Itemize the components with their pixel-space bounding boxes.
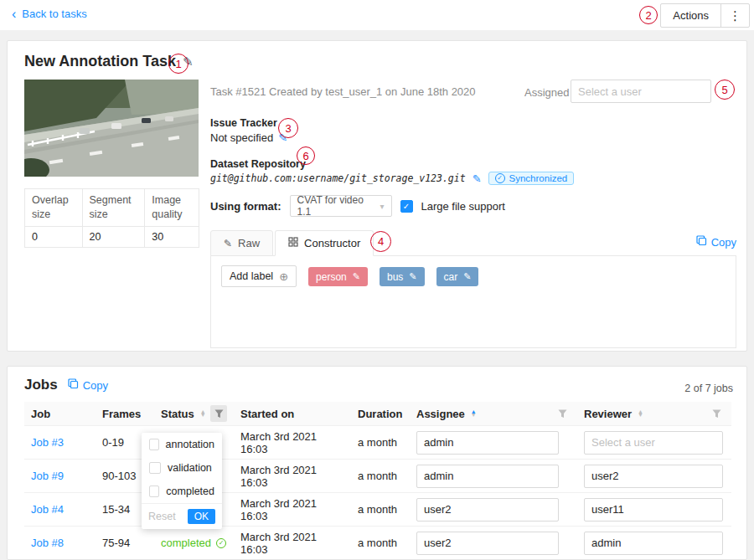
dataset-repository-row: git@github.com:username/git_storage_v123… bbox=[210, 172, 574, 185]
dataset-repository-label: Dataset Repository bbox=[210, 158, 306, 170]
task-title: New Annotation Task bbox=[24, 53, 176, 70]
labels-copy-button[interactable]: Copy bbox=[696, 235, 736, 249]
tab-raw[interactable]: ✎ Raw bbox=[210, 230, 273, 256]
label-chip-car[interactable]: car ✎ bbox=[436, 267, 479, 286]
task-preview-image bbox=[24, 80, 199, 177]
edit-label-icon[interactable]: ✎ bbox=[409, 271, 416, 282]
large-file-checkbox[interactable]: ✓ bbox=[400, 200, 413, 213]
large-file-label: Large file support bbox=[421, 200, 505, 213]
task-parameters-table: Overlap size Segment size Image quality … bbox=[24, 188, 199, 248]
completed-check-icon: ✓ bbox=[216, 538, 226, 548]
checkbox-icon[interactable] bbox=[149, 439, 159, 450]
reviewer-input[interactable] bbox=[584, 431, 723, 455]
actions-label[interactable]: Actions bbox=[661, 4, 720, 27]
param-value-segment: 20 bbox=[82, 226, 145, 247]
status-cell: completed ✓ bbox=[154, 537, 234, 549]
checkbox-icon[interactable] bbox=[149, 462, 161, 474]
sort-icon[interactable]: ▲▼ bbox=[471, 410, 477, 418]
label-chip-person[interactable]: person ✎ bbox=[308, 267, 368, 286]
issue-tracker-value-row: Not specified ✎ bbox=[210, 131, 287, 144]
filter-reset-button[interactable]: Reset bbox=[148, 511, 176, 522]
cvat-task-page: ‹ Back to tasks Actions ⋮ New Annotation… bbox=[0, 0, 754, 560]
assignee-input[interactable] bbox=[416, 532, 559, 555]
sync-check-icon: ✓ bbox=[495, 173, 505, 183]
status-filter-dropdown: annotation validation completed Reset OK bbox=[142, 433, 222, 529]
callout-6: 6 bbox=[297, 146, 315, 165]
param-header-overlap: Overlap size bbox=[25, 189, 83, 227]
table-row: Job #9 90-103 March 3rd 2021 16:03 a mon… bbox=[24, 460, 731, 493]
actions-button[interactable]: Actions ⋮ bbox=[660, 3, 750, 28]
sync-status-badge[interactable]: ✓ Synchronized bbox=[488, 172, 575, 185]
column-frames: Frames bbox=[96, 408, 154, 420]
add-label-button[interactable]: Add label ⊕ bbox=[221, 265, 297, 287]
duration-cell: a month bbox=[351, 436, 410, 449]
assignee-input[interactable] bbox=[416, 465, 559, 488]
filter-ok-button[interactable]: OK bbox=[188, 509, 215, 524]
status-filter-icon[interactable] bbox=[210, 405, 227, 422]
job-link[interactable]: Job #8 bbox=[31, 537, 64, 549]
format-select[interactable]: CVAT for video 1.1 ▾ bbox=[290, 195, 392, 217]
using-format-label: Using format: bbox=[210, 200, 281, 213]
kebab-menu-icon[interactable]: ⋮ bbox=[720, 4, 749, 27]
filter-option-completed[interactable]: completed bbox=[142, 480, 222, 503]
filter-option-annotation[interactable]: annotation bbox=[142, 433, 222, 456]
reviewer-input[interactable] bbox=[584, 532, 723, 555]
repository-url: git@github.com:username/git_storage_v123… bbox=[210, 172, 466, 184]
copy-icon bbox=[68, 378, 79, 392]
status-completed-badge: completed ✓ bbox=[161, 537, 226, 549]
column-reviewer-label: Reviewer bbox=[584, 408, 632, 420]
callout-3: 3 bbox=[278, 118, 298, 138]
jobs-copy-button[interactable]: Copy bbox=[68, 378, 108, 392]
reviewer-input[interactable] bbox=[584, 465, 723, 488]
issue-tracker-label: Issue Tracker bbox=[210, 117, 277, 129]
param-value-overlap: 0 bbox=[25, 226, 83, 247]
tab-constructor[interactable]: Constructor bbox=[275, 230, 374, 256]
sync-status-label: Synchronized bbox=[509, 173, 568, 183]
filter-footer: Reset OK bbox=[142, 503, 222, 529]
assignee-input[interactable] bbox=[416, 431, 559, 455]
back-to-tasks-link[interactable]: ‹ Back to tasks bbox=[12, 8, 87, 20]
assignee-select-input[interactable] bbox=[571, 80, 711, 103]
started-cell: March 3rd 2021 16:03 bbox=[234, 497, 351, 522]
checkbox-icon[interactable] bbox=[149, 486, 159, 497]
assignee-input[interactable] bbox=[416, 498, 559, 521]
copy-icon bbox=[696, 235, 707, 249]
job-link[interactable]: Job #4 bbox=[31, 503, 64, 516]
jobs-card: Jobs Copy 2 of 7 jobs Job Frames Status … bbox=[7, 366, 747, 560]
edit-repository-icon[interactable]: ✎ bbox=[473, 172, 482, 185]
param-header-segment: Segment size bbox=[82, 189, 145, 227]
table-row: Job #4 15-34 March 3rd 2021 16:03 a mont… bbox=[24, 493, 731, 527]
job-link[interactable]: Job #3 bbox=[31, 436, 64, 449]
duration-cell: a month bbox=[351, 470, 410, 482]
column-assignee: Assignee ▲▼ bbox=[410, 405, 577, 422]
filter-option-validation[interactable]: validation bbox=[142, 456, 222, 480]
reviewer-input[interactable] bbox=[584, 498, 723, 521]
sort-icon[interactable]: ▲▼ bbox=[638, 410, 643, 418]
task-details-card: New Annotation Task ✎ bbox=[7, 40, 747, 352]
callout-1: 1 bbox=[168, 54, 188, 74]
job-link[interactable]: Job #9 bbox=[31, 470, 64, 482]
constructor-icon bbox=[288, 237, 298, 249]
labels-constructor-panel: Add label ⊕ person ✎ bus ✎ car ✎ bbox=[210, 255, 736, 348]
add-label-text: Add label bbox=[230, 270, 273, 282]
labels-tab-bar: ✎ Raw Constructor Copy bbox=[210, 230, 736, 256]
column-status: Status ▲▼ bbox=[154, 405, 234, 422]
label-chip-person-name: person bbox=[316, 271, 347, 283]
task-meta-text: Task #1521 Created by test_user_1 on Jun… bbox=[210, 85, 476, 98]
edit-label-icon[interactable]: ✎ bbox=[463, 271, 471, 282]
assignee-filter-icon[interactable] bbox=[554, 405, 571, 422]
back-chevron-icon: ‹ bbox=[12, 8, 16, 19]
edit-label-icon[interactable]: ✎ bbox=[353, 271, 360, 282]
plus-circle-icon: ⊕ bbox=[279, 270, 288, 283]
label-chip-bus[interactable]: bus ✎ bbox=[380, 267, 425, 286]
tab-constructor-label: Constructor bbox=[304, 237, 360, 249]
preview-road-scene bbox=[24, 80, 199, 177]
table-row: Job #3 0-19 March 3rd 2021 16:03 a month bbox=[24, 426, 731, 460]
column-status-label: Status bbox=[161, 408, 194, 420]
sort-icon[interactable]: ▲▼ bbox=[200, 410, 206, 418]
reviewer-filter-icon[interactable] bbox=[708, 405, 725, 422]
tab-raw-label: Raw bbox=[238, 237, 260, 249]
column-duration: Duration bbox=[351, 408, 410, 420]
issue-tracker-value: Not specified bbox=[210, 131, 273, 144]
column-job: Job bbox=[24, 408, 96, 420]
